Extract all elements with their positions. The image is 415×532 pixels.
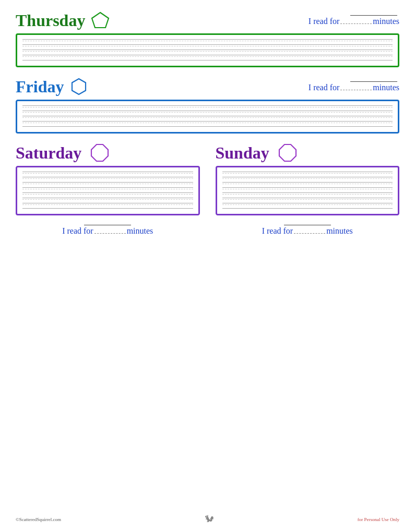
svg-marker-3 xyxy=(279,144,296,161)
sunday-title: Sunday xyxy=(216,143,269,163)
thursday-read-text: I read forminutes xyxy=(309,17,399,26)
saturday-minutes-blank[interactable] xyxy=(94,233,126,234)
thursday-title: Thursday xyxy=(16,11,85,30)
svg-marker-2 xyxy=(91,144,108,161)
friday-read-topline xyxy=(350,81,397,82)
friday-lines xyxy=(22,105,393,128)
saturday-read-topline xyxy=(84,225,131,225)
thursday-read-wrap: I read forminutes xyxy=(110,15,399,26)
friday-title: Friday xyxy=(16,77,64,96)
saturday-read-text: I read forminutes xyxy=(62,226,153,236)
friday-writing-box[interactable] xyxy=(16,100,399,134)
thursday-read-topline xyxy=(350,15,397,16)
bottom-row: Saturday xyxy=(16,143,399,236)
thursday-lines xyxy=(22,39,393,62)
friday-shape-icon xyxy=(69,77,89,96)
sunday-header: Sunday xyxy=(216,143,400,163)
footer-right-text: for Personal Use Only xyxy=(358,517,399,522)
friday-minutes-blank[interactable] xyxy=(340,90,372,90)
saturday-col: Saturday xyxy=(16,143,200,236)
friday-read-wrap: I read forminutes xyxy=(89,81,399,92)
sunday-minutes-blank[interactable] xyxy=(294,233,325,234)
saturday-writing-box[interactable] xyxy=(16,166,200,215)
sunday-read-text: I read forminutes xyxy=(262,226,353,236)
friday-header: Friday I read forminutes xyxy=(16,77,399,96)
svg-marker-1 xyxy=(72,79,86,94)
saturday-read-wrap: I read forminutes xyxy=(16,225,200,236)
thursday-shape-icon xyxy=(90,10,110,30)
page: Thursday I read forminutes xyxy=(0,0,415,532)
thursday-header: Thursday I read forminutes xyxy=(16,10,399,30)
sunday-lines xyxy=(222,172,393,210)
svg-marker-0 xyxy=(92,13,109,28)
saturday-shape-icon xyxy=(90,143,110,163)
sunday-read-wrap: I read forminutes xyxy=(216,225,400,236)
saturday-title: Saturday xyxy=(16,143,81,163)
footer: ©ScatteredSquirrel.com 🐿 for Personal Us… xyxy=(16,514,399,525)
sunday-read-topline xyxy=(284,225,331,225)
saturday-header: Saturday xyxy=(16,143,200,163)
thursday-minutes-blank[interactable] xyxy=(340,23,372,24)
thursday-writing-box[interactable] xyxy=(16,33,399,67)
friday-read-text: I read forminutes xyxy=(309,83,399,92)
sunday-writing-box[interactable] xyxy=(216,166,400,215)
footer-left-text: ©ScatteredSquirrel.com xyxy=(16,517,61,522)
sunday-col: Sunday xyxy=(216,143,400,236)
squirrel-icon: 🐿 xyxy=(205,514,214,525)
sunday-shape-icon xyxy=(278,143,298,163)
saturday-lines xyxy=(22,172,193,210)
